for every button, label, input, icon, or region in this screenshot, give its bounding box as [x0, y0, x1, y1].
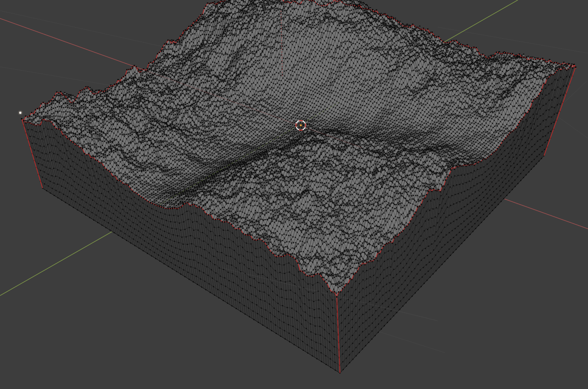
3d-cursor-icon [294, 118, 308, 133]
active-vertex[interactable] [19, 112, 21, 114]
blender-3d-viewport[interactable] [0, 0, 588, 389]
viewport-canvas[interactable] [0, 0, 588, 389]
3d-cursor[interactable] [294, 118, 308, 133]
object-origin-dot [299, 124, 302, 126]
